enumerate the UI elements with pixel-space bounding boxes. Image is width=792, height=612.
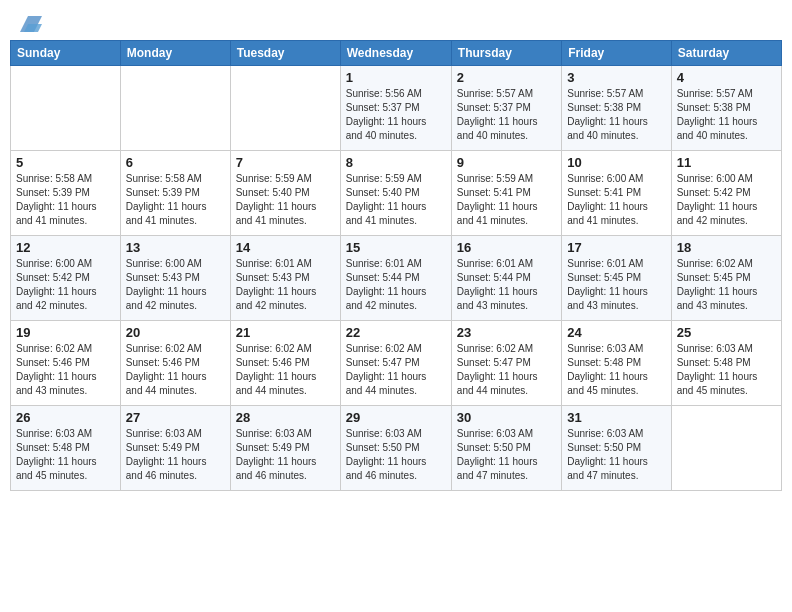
day-detail: Sunrise: 5:59 AM Sunset: 5:40 PM Dayligh… [346,172,446,228]
day-number: 25 [677,325,776,340]
day-cell: 27Sunrise: 6:03 AM Sunset: 5:49 PM Dayli… [120,406,230,491]
day-cell: 29Sunrise: 6:03 AM Sunset: 5:50 PM Dayli… [340,406,451,491]
day-cell [671,406,781,491]
day-number: 4 [677,70,776,85]
day-number: 28 [236,410,335,425]
week-row-4: 19Sunrise: 6:02 AM Sunset: 5:46 PM Dayli… [11,321,782,406]
day-cell: 15Sunrise: 6:01 AM Sunset: 5:44 PM Dayli… [340,236,451,321]
day-number: 6 [126,155,225,170]
calendar-table: SundayMondayTuesdayWednesdayThursdayFrid… [10,40,782,491]
day-number: 11 [677,155,776,170]
day-detail: Sunrise: 6:02 AM Sunset: 5:46 PM Dayligh… [236,342,335,398]
day-cell: 28Sunrise: 6:03 AM Sunset: 5:49 PM Dayli… [230,406,340,491]
header [10,10,782,36]
day-detail: Sunrise: 6:00 AM Sunset: 5:42 PM Dayligh… [16,257,115,313]
day-number: 24 [567,325,665,340]
day-number: 17 [567,240,665,255]
day-number: 2 [457,70,556,85]
header-day-monday: Monday [120,41,230,66]
day-cell: 12Sunrise: 6:00 AM Sunset: 5:42 PM Dayli… [11,236,121,321]
day-detail: Sunrise: 6:02 AM Sunset: 5:45 PM Dayligh… [677,257,776,313]
day-cell: 10Sunrise: 6:00 AM Sunset: 5:41 PM Dayli… [562,151,671,236]
day-detail: Sunrise: 6:02 AM Sunset: 5:47 PM Dayligh… [346,342,446,398]
logo-icon [20,16,42,32]
day-detail: Sunrise: 6:01 AM Sunset: 5:45 PM Dayligh… [567,257,665,313]
day-detail: Sunrise: 5:57 AM Sunset: 5:37 PM Dayligh… [457,87,556,143]
day-cell: 3Sunrise: 5:57 AM Sunset: 5:38 PM Daylig… [562,66,671,151]
day-number: 5 [16,155,115,170]
day-cell: 19Sunrise: 6:02 AM Sunset: 5:46 PM Dayli… [11,321,121,406]
day-detail: Sunrise: 6:00 AM Sunset: 5:43 PM Dayligh… [126,257,225,313]
day-number: 14 [236,240,335,255]
day-detail: Sunrise: 6:02 AM Sunset: 5:46 PM Dayligh… [16,342,115,398]
day-cell: 26Sunrise: 6:03 AM Sunset: 5:48 PM Dayli… [11,406,121,491]
day-cell: 9Sunrise: 5:59 AM Sunset: 5:41 PM Daylig… [451,151,561,236]
day-cell [120,66,230,151]
day-number: 21 [236,325,335,340]
day-detail: Sunrise: 6:00 AM Sunset: 5:41 PM Dayligh… [567,172,665,228]
week-row-3: 12Sunrise: 6:00 AM Sunset: 5:42 PM Dayli… [11,236,782,321]
day-cell: 2Sunrise: 5:57 AM Sunset: 5:37 PM Daylig… [451,66,561,151]
day-cell: 30Sunrise: 6:03 AM Sunset: 5:50 PM Dayli… [451,406,561,491]
day-detail: Sunrise: 5:57 AM Sunset: 5:38 PM Dayligh… [677,87,776,143]
logo [18,14,42,32]
day-cell: 7Sunrise: 5:59 AM Sunset: 5:40 PM Daylig… [230,151,340,236]
day-number: 15 [346,240,446,255]
day-detail: Sunrise: 5:59 AM Sunset: 5:41 PM Dayligh… [457,172,556,228]
day-detail: Sunrise: 5:57 AM Sunset: 5:38 PM Dayligh… [567,87,665,143]
day-cell: 5Sunrise: 5:58 AM Sunset: 5:39 PM Daylig… [11,151,121,236]
day-number: 10 [567,155,665,170]
day-number: 31 [567,410,665,425]
day-detail: Sunrise: 6:01 AM Sunset: 5:43 PM Dayligh… [236,257,335,313]
day-cell: 17Sunrise: 6:01 AM Sunset: 5:45 PM Dayli… [562,236,671,321]
day-number: 3 [567,70,665,85]
header-day-tuesday: Tuesday [230,41,340,66]
day-cell: 6Sunrise: 5:58 AM Sunset: 5:39 PM Daylig… [120,151,230,236]
day-detail: Sunrise: 6:02 AM Sunset: 5:47 PM Dayligh… [457,342,556,398]
header-day-wednesday: Wednesday [340,41,451,66]
header-day-saturday: Saturday [671,41,781,66]
day-number: 12 [16,240,115,255]
day-detail: Sunrise: 6:03 AM Sunset: 5:50 PM Dayligh… [346,427,446,483]
day-number: 19 [16,325,115,340]
day-cell: 13Sunrise: 6:00 AM Sunset: 5:43 PM Dayli… [120,236,230,321]
day-detail: Sunrise: 5:58 AM Sunset: 5:39 PM Dayligh… [16,172,115,228]
day-number: 26 [16,410,115,425]
week-row-1: 1Sunrise: 5:56 AM Sunset: 5:37 PM Daylig… [11,66,782,151]
day-detail: Sunrise: 6:03 AM Sunset: 5:48 PM Dayligh… [677,342,776,398]
day-cell: 22Sunrise: 6:02 AM Sunset: 5:47 PM Dayli… [340,321,451,406]
day-detail: Sunrise: 6:01 AM Sunset: 5:44 PM Dayligh… [457,257,556,313]
header-day-thursday: Thursday [451,41,561,66]
day-cell: 25Sunrise: 6:03 AM Sunset: 5:48 PM Dayli… [671,321,781,406]
day-detail: Sunrise: 6:03 AM Sunset: 5:48 PM Dayligh… [567,342,665,398]
day-detail: Sunrise: 6:03 AM Sunset: 5:50 PM Dayligh… [457,427,556,483]
day-cell: 31Sunrise: 6:03 AM Sunset: 5:50 PM Dayli… [562,406,671,491]
day-cell: 18Sunrise: 6:02 AM Sunset: 5:45 PM Dayli… [671,236,781,321]
day-cell [230,66,340,151]
week-row-5: 26Sunrise: 6:03 AM Sunset: 5:48 PM Dayli… [11,406,782,491]
week-row-2: 5Sunrise: 5:58 AM Sunset: 5:39 PM Daylig… [11,151,782,236]
day-number: 18 [677,240,776,255]
day-cell: 20Sunrise: 6:02 AM Sunset: 5:46 PM Dayli… [120,321,230,406]
day-cell: 21Sunrise: 6:02 AM Sunset: 5:46 PM Dayli… [230,321,340,406]
day-detail: Sunrise: 6:01 AM Sunset: 5:44 PM Dayligh… [346,257,446,313]
day-number: 8 [346,155,446,170]
day-number: 30 [457,410,556,425]
day-number: 1 [346,70,446,85]
day-detail: Sunrise: 5:56 AM Sunset: 5:37 PM Dayligh… [346,87,446,143]
day-detail: Sunrise: 6:03 AM Sunset: 5:49 PM Dayligh… [236,427,335,483]
day-detail: Sunrise: 5:58 AM Sunset: 5:39 PM Dayligh… [126,172,225,228]
day-detail: Sunrise: 5:59 AM Sunset: 5:40 PM Dayligh… [236,172,335,228]
day-cell: 23Sunrise: 6:02 AM Sunset: 5:47 PM Dayli… [451,321,561,406]
day-number: 9 [457,155,556,170]
header-day-sunday: Sunday [11,41,121,66]
day-number: 13 [126,240,225,255]
day-detail: Sunrise: 6:02 AM Sunset: 5:46 PM Dayligh… [126,342,225,398]
day-detail: Sunrise: 6:03 AM Sunset: 5:50 PM Dayligh… [567,427,665,483]
header-row: SundayMondayTuesdayWednesdayThursdayFrid… [11,41,782,66]
day-number: 23 [457,325,556,340]
day-cell: 24Sunrise: 6:03 AM Sunset: 5:48 PM Dayli… [562,321,671,406]
header-day-friday: Friday [562,41,671,66]
day-cell: 1Sunrise: 5:56 AM Sunset: 5:37 PM Daylig… [340,66,451,151]
day-detail: Sunrise: 6:03 AM Sunset: 5:49 PM Dayligh… [126,427,225,483]
